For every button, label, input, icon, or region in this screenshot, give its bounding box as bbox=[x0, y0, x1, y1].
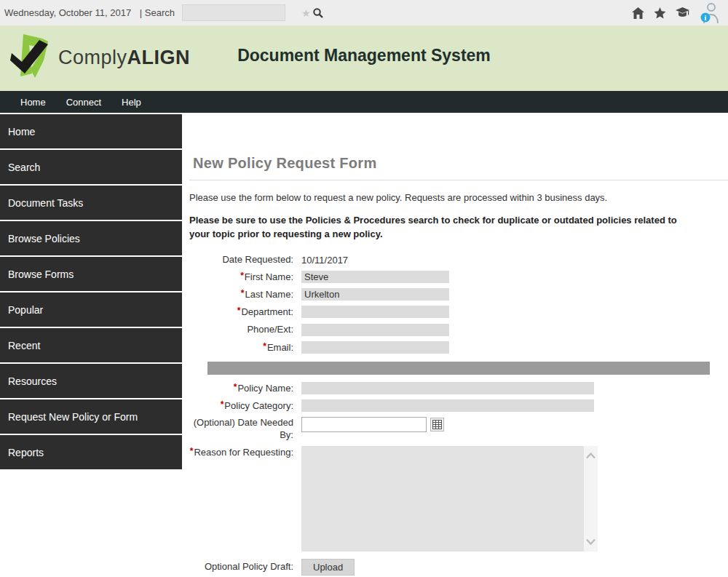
nav-connect[interactable]: Connect bbox=[66, 97, 101, 108]
main-nav: Home Connect Help bbox=[0, 91, 728, 113]
date-requested-label: Date Requested: bbox=[189, 254, 301, 266]
required-marker: * bbox=[234, 382, 237, 392]
reason-label: *Reason for Requesting: bbox=[189, 446, 301, 458]
training-icon[interactable] bbox=[676, 7, 689, 18]
search-label: | Search bbox=[140, 7, 175, 18]
sidebar-item-recent[interactable]: Recent bbox=[0, 328, 182, 362]
page-title: New Policy Request Form bbox=[193, 155, 728, 172]
required-marker: * bbox=[241, 288, 245, 298]
topbar-icon-group: i bbox=[632, 2, 721, 24]
calendar-icon[interactable] bbox=[430, 418, 444, 431]
sidebar-item-request-new-policy[interactable]: Request New Policy or Form bbox=[0, 399, 182, 434]
first-name-row: *First Name: bbox=[189, 271, 728, 283]
required-marker: * bbox=[237, 306, 241, 316]
department-label: *Department: bbox=[189, 306, 301, 318]
last-name-field[interactable] bbox=[301, 288, 449, 301]
required-marker: * bbox=[221, 399, 224, 410]
duplicate-check-notice: Please be sure to use the Policies & Pro… bbox=[189, 214, 697, 242]
sidebar-item-search[interactable]: Search bbox=[0, 150, 182, 184]
email-row: *Email: bbox=[189, 341, 728, 354]
draft-row: Optional Policy Draft: Upload bbox=[189, 561, 728, 576]
department-row: *Department: bbox=[189, 306, 728, 318]
last-name-row: *Last Name: bbox=[189, 288, 728, 301]
required-marker: * bbox=[263, 341, 266, 351]
date-needed-label: (Optional) Date Needed By: bbox=[189, 417, 301, 441]
new-policy-request-form: Date Requested: 10/11/2017 *First Name: … bbox=[189, 254, 728, 577]
department-field[interactable] bbox=[301, 306, 449, 318]
upload-button[interactable]: Upload bbox=[301, 559, 355, 576]
policy-name-field[interactable] bbox=[301, 382, 594, 394]
page: Wednesday, October 11, 2017 | Search ★ bbox=[0, 0, 728, 577]
favorite-star-icon[interactable]: ★ bbox=[301, 8, 311, 18]
date-needed-row: (Optional) Date Needed By: bbox=[189, 417, 728, 441]
last-name-label: *Last Name: bbox=[189, 288, 301, 301]
reason-row: *Reason for Requesting: bbox=[189, 446, 728, 552]
sidebar-item-browse-forms[interactable]: Browse Forms bbox=[0, 257, 182, 291]
draft-label: Optional Policy Draft: bbox=[189, 561, 301, 573]
policy-name-label: *Policy Name: bbox=[189, 382, 301, 394]
current-date: Wednesday, October 11, 2017 bbox=[4, 7, 134, 18]
first-name-label: *First Name: bbox=[189, 271, 301, 283]
phone-label: Phone/Ext: bbox=[189, 324, 301, 335]
policy-category-label: *Policy Category: bbox=[189, 399, 301, 412]
top-utility-bar: Wednesday, October 11, 2017 | Search ★ bbox=[0, 0, 728, 25]
reason-textarea-wrap bbox=[301, 446, 598, 552]
email-field[interactable] bbox=[301, 341, 449, 354]
intro-text: Please use the form below to request a n… bbox=[189, 192, 728, 203]
search-icon[interactable] bbox=[312, 7, 324, 19]
required-marker: * bbox=[240, 271, 244, 281]
scroll-down-icon[interactable] bbox=[585, 536, 596, 547]
nav-help[interactable]: Help bbox=[122, 97, 141, 108]
date-requested-row: Date Requested: 10/11/2017 bbox=[189, 254, 728, 266]
home-icon[interactable] bbox=[632, 7, 644, 19]
sidebar-item-popular[interactable]: Popular bbox=[0, 293, 182, 327]
textarea-scrollbar[interactable] bbox=[584, 446, 598, 552]
search-input[interactable] bbox=[183, 5, 301, 20]
svg-text:i: i bbox=[705, 14, 707, 22]
sidebar-item-reports[interactable]: Reports bbox=[0, 435, 182, 469]
sidebar-item-resources[interactable]: Resources bbox=[0, 364, 182, 398]
nav-home[interactable]: Home bbox=[20, 97, 46, 108]
quick-search-box[interactable]: ★ bbox=[182, 4, 285, 21]
sidebar-item-browse-policies[interactable]: Browse Policies bbox=[0, 221, 182, 255]
app-title: Document Management System bbox=[0, 46, 728, 65]
app-header: ComplyALIGN Document Management System bbox=[0, 25, 728, 91]
required-marker: * bbox=[190, 446, 194, 456]
policy-category-row: *Policy Category: bbox=[189, 399, 728, 412]
date-requested-value: 10/11/2017 bbox=[301, 254, 348, 266]
main-content: New Policy Request Form Please use the f… bbox=[182, 113, 728, 577]
date-needed-field[interactable] bbox=[301, 417, 427, 432]
sidebar: Home Search Document Tasks Browse Polici… bbox=[0, 114, 182, 471]
sidebar-item-document-tasks[interactable]: Document Tasks bbox=[0, 186, 182, 220]
first-name-field[interactable] bbox=[301, 271, 449, 283]
star-icon[interactable] bbox=[654, 7, 666, 19]
scroll-up-icon[interactable] bbox=[585, 450, 596, 461]
reason-textarea[interactable] bbox=[301, 446, 584, 552]
section-divider-bar bbox=[207, 362, 710, 375]
policy-category-field[interactable] bbox=[301, 399, 594, 412]
policy-name-row: *Policy Name: bbox=[189, 382, 728, 394]
email-label: *Email: bbox=[189, 341, 301, 354]
sidebar-item-home[interactable]: Home bbox=[0, 114, 182, 148]
phone-field[interactable] bbox=[301, 324, 449, 336]
title-divider bbox=[189, 180, 728, 180]
phone-row: Phone/Ext: bbox=[189, 324, 728, 336]
profile-info-icon[interactable]: i bbox=[699, 2, 721, 24]
